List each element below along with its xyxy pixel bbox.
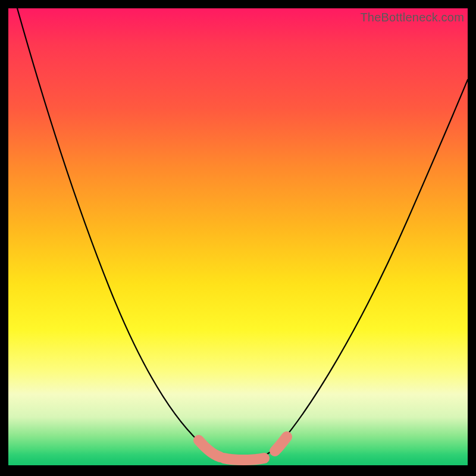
highlight-bottom-icon: [224, 458, 264, 460]
curve-path: [17, 8, 468, 459]
highlight-left-icon: [199, 440, 220, 457]
watermark-text: TheBottleneck.com: [360, 11, 464, 24]
highlight-right-icon: [275, 437, 287, 451]
bottleneck-curve: [8, 8, 468, 468]
highlight-group: [199, 437, 287, 460]
plot-area: [8, 8, 468, 468]
chart-frame: TheBottleneck.com: [0, 0, 476, 476]
